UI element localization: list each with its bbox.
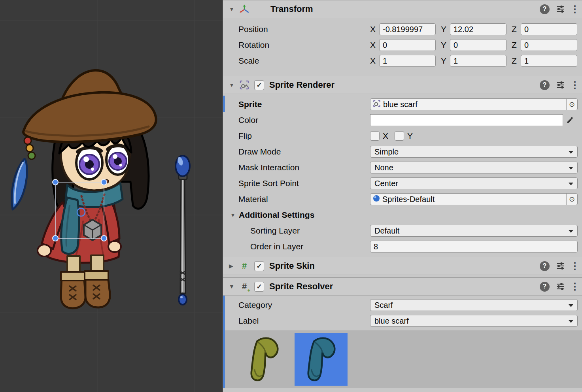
- selection-handle-top-right[interactable]: [101, 179, 107, 185]
- order-in-layer-row: Order in Layer: [223, 239, 582, 254]
- flip-y-label: Y: [407, 131, 413, 141]
- material-label: Material: [238, 194, 370, 204]
- sorting-layer-value: Default: [374, 226, 399, 236]
- draw-mode-label: Draw Mode: [238, 147, 370, 156]
- additional-settings-row[interactable]: ▼ Additional Settings: [223, 207, 582, 223]
- material-asset-icon: [373, 195, 380, 204]
- sorting-layer-dropdown[interactable]: Default: [370, 225, 578, 237]
- sprite-sort-point-label: Sprite Sort Point: [238, 179, 370, 188]
- material-row: Material Sprites-Default ⊙: [223, 191, 582, 207]
- material-object-field[interactable]: Sprites-Default ⊙: [370, 193, 578, 205]
- object-picker-icon[interactable]: ⊙: [566, 99, 577, 110]
- draw-mode-value: Simple: [374, 147, 399, 156]
- foldout-expanded-icon[interactable]: ▼: [230, 212, 236, 218]
- more-menu-icon[interactable]: ⋮: [570, 79, 576, 90]
- component-enabled-checkbox[interactable]: ✓: [254, 261, 264, 271]
- staff-sprite[interactable]: [176, 156, 190, 305]
- presets-icon[interactable]: [555, 80, 565, 90]
- chevron-down-icon: [569, 304, 573, 307]
- color-label: Color: [238, 115, 370, 125]
- sprite-object-field[interactable]: blue scarf ⊙: [370, 98, 578, 110]
- sprite-sort-point-value: Center: [374, 179, 398, 188]
- rotation-y-input[interactable]: [450, 39, 506, 51]
- order-in-layer-label: Order in Layer: [250, 242, 370, 251]
- axis-z-label: Z: [512, 24, 521, 34]
- sprite-renderer-header: ▼ ✓ Sprite Renderer ? ⋮: [223, 76, 582, 94]
- character-sprite[interactable]: [12, 70, 156, 308]
- selection-handle-bottom-left[interactable]: [53, 236, 58, 241]
- sprite-resolver-icon: #+: [239, 281, 249, 292]
- category-dropdown[interactable]: Scarf: [370, 299, 578, 311]
- more-menu-icon[interactable]: ⋮: [570, 281, 576, 292]
- sprite-label: Sprite: [238, 100, 370, 109]
- category-value: Scarf: [374, 301, 393, 310]
- more-menu-icon[interactable]: ⋮: [570, 4, 576, 15]
- sprite-row-override-bar: [223, 96, 225, 112]
- axis-x-label: X: [370, 24, 379, 34]
- sprite-resolver-title: Sprite Resolver: [269, 281, 333, 292]
- flip-x-label: X: [383, 131, 388, 141]
- help-icon[interactable]: ?: [540, 282, 550, 292]
- label-dropdown[interactable]: blue scarf: [370, 315, 578, 327]
- selection-handle-bottom-right[interactable]: [101, 236, 107, 241]
- category-label: Category: [238, 300, 370, 310]
- flip-x-checkbox[interactable]: [370, 131, 380, 141]
- selection-handle-top-left[interactable]: [53, 179, 58, 185]
- scale-z-input[interactable]: [521, 55, 577, 67]
- help-icon[interactable]: ?: [540, 80, 550, 90]
- object-picker-icon[interactable]: ⊙: [566, 194, 577, 205]
- presets-icon[interactable]: [555, 4, 565, 14]
- sprite-resolver-header: ▼ #+ ✓ Sprite Resolver ? ⋮: [223, 277, 582, 296]
- scale-vector: X Y Z: [370, 55, 578, 67]
- order-in-layer-input[interactable]: [370, 241, 578, 253]
- position-y-input[interactable]: [450, 23, 506, 35]
- thumbnail-green-scarf[interactable]: [238, 333, 291, 386]
- thumbnail-blue-scarf[interactable]: [295, 333, 348, 386]
- sprite-skin-icon: #: [239, 261, 249, 271]
- sprite-sort-point-dropdown[interactable]: Center: [370, 177, 578, 189]
- flip-label: Flip: [238, 131, 370, 141]
- position-x-input[interactable]: [379, 23, 436, 35]
- sprite-row: Sprite blue scarf ⊙: [223, 96, 582, 112]
- help-icon[interactable]: ?: [540, 261, 550, 271]
- material-object-value: Sprites-Default: [382, 195, 435, 204]
- rotation-x-input[interactable]: [379, 39, 436, 51]
- more-menu-icon[interactable]: ⋮: [570, 260, 576, 271]
- mask-interaction-dropdown[interactable]: None: [370, 162, 578, 173]
- flip-row: Flip X Y: [223, 128, 582, 144]
- foldout-collapsed-icon[interactable]: ▶: [229, 263, 237, 269]
- rotation-label: Rotation: [238, 40, 370, 50]
- sorting-layer-row: Sorting Layer Default: [223, 223, 582, 239]
- mask-interaction-row: Mask Interaction None: [223, 160, 582, 175]
- draw-mode-dropdown[interactable]: Simple: [370, 146, 578, 158]
- help-icon[interactable]: ?: [540, 4, 550, 14]
- scale-x-input[interactable]: [379, 55, 436, 67]
- sprite-renderer-title: Sprite Renderer: [269, 80, 334, 90]
- inspector-panel: ▼ Transform ? ⋮ Position X: [223, 0, 582, 392]
- eyedropper-icon[interactable]: [563, 114, 577, 126]
- foldout-expanded-icon[interactable]: ▼: [229, 6, 237, 12]
- rotation-row: Rotation X Y Z: [223, 37, 582, 53]
- rotation-z-input[interactable]: [521, 39, 577, 51]
- color-swatch[interactable]: [370, 114, 563, 126]
- flip-y-checkbox[interactable]: [395, 131, 404, 141]
- foldout-expanded-icon[interactable]: ▼: [229, 283, 237, 290]
- scale-y-input[interactable]: [450, 55, 506, 67]
- chevron-down-icon: [569, 183, 573, 185]
- presets-icon[interactable]: [555, 261, 565, 271]
- sprite-skin-header: ▶ # ✓ Sprite Skin ? ⋮: [223, 257, 582, 275]
- position-z-input[interactable]: [521, 23, 577, 35]
- foldout-expanded-icon[interactable]: ▼: [229, 82, 237, 88]
- sprite-object-value: blue scarf: [383, 100, 418, 109]
- component-enabled-checkbox[interactable]: ✓: [254, 282, 264, 292]
- chevron-down-icon: [569, 151, 573, 154]
- presets-icon[interactable]: [555, 281, 565, 292]
- component-enabled-checkbox[interactable]: ✓: [254, 80, 264, 90]
- transform-icon: [239, 4, 249, 14]
- chevron-down-icon: [569, 320, 573, 323]
- scale-label: Scale: [238, 56, 370, 66]
- sprite-asset-icon: [373, 100, 381, 109]
- label-value: blue scarf: [374, 317, 409, 326]
- axis-z-label: Z: [512, 40, 521, 50]
- sprite-resolver-body: Category Scarf Label blue scarf: [223, 296, 582, 388]
